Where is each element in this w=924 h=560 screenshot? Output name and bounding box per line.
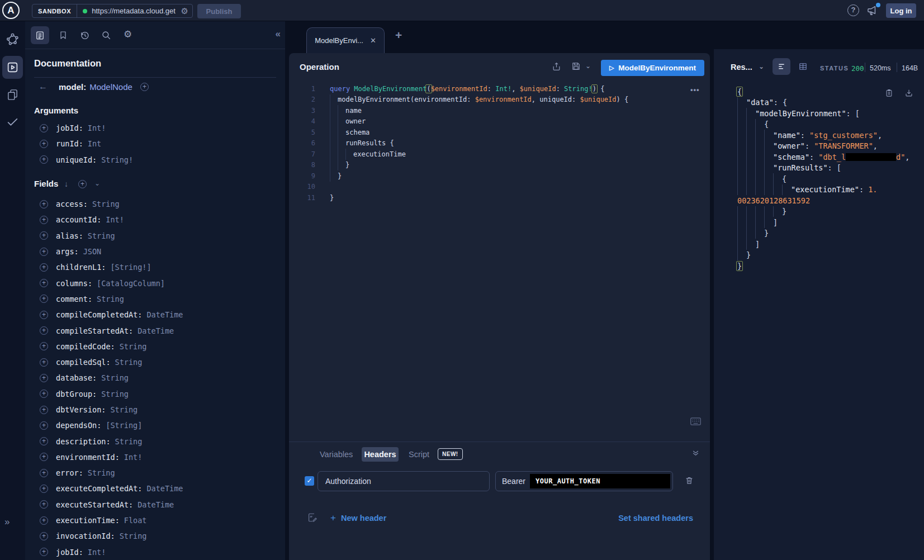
doc-argument-row[interactable]: +runId:Int bbox=[25, 136, 285, 151]
field-type[interactable]: String bbox=[92, 200, 120, 208]
doc-field-row[interactable]: +description:String bbox=[25, 433, 285, 449]
doc-field-row[interactable]: +args:JSON bbox=[25, 244, 285, 259]
field-name[interactable]: compileCompletedAt: bbox=[56, 310, 142, 319]
field-type[interactable]: String bbox=[115, 437, 143, 446]
add-all-fields-icon[interactable]: + bbox=[78, 180, 87, 188]
field-name[interactable]: compiledSql: bbox=[56, 358, 111, 367]
field-type[interactable]: String bbox=[97, 295, 124, 303]
doc-field-row[interactable]: +compiledCode:String bbox=[25, 339, 285, 354]
field-type[interactable]: Int! bbox=[88, 124, 106, 132]
field-name[interactable]: executionTime: bbox=[56, 516, 120, 525]
field-name[interactable]: alias: bbox=[56, 231, 83, 240]
header-value-input[interactable]: Bearer YOUR_AUTH_TOKEN bbox=[495, 471, 673, 491]
add-to-query-icon[interactable]: + bbox=[40, 248, 48, 256]
add-to-query-icon[interactable]: + bbox=[40, 200, 48, 208]
doc-field-row[interactable]: +error:String bbox=[25, 465, 285, 481]
field-name[interactable]: dependsOn: bbox=[56, 421, 101, 430]
doc-field-row[interactable]: +compileStartedAt:DateTime bbox=[25, 322, 285, 338]
add-to-query-icon[interactable]: + bbox=[40, 326, 48, 335]
add-to-query-icon[interactable]: + bbox=[40, 421, 48, 430]
field-type[interactable]: String bbox=[88, 468, 115, 477]
field-type[interactable]: DateTime bbox=[146, 310, 183, 319]
field-name[interactable]: runId: bbox=[56, 139, 83, 148]
field-name[interactable]: compileStartedAt: bbox=[56, 326, 133, 335]
field-name[interactable]: jobId: bbox=[56, 124, 83, 132]
field-name[interactable]: error: bbox=[56, 468, 83, 477]
field-type[interactable]: JSON bbox=[83, 247, 102, 256]
share-operation-icon[interactable] bbox=[552, 61, 561, 72]
doc-field-row[interactable]: +executeStartedAt:DateTime bbox=[25, 497, 285, 512]
add-to-query-icon[interactable]: + bbox=[40, 311, 48, 319]
delete-header-icon[interactable] bbox=[685, 476, 694, 485]
documentation-tab-selected[interactable] bbox=[31, 26, 49, 44]
field-name[interactable]: accountId: bbox=[56, 215, 101, 224]
add-to-query-icon[interactable]: + bbox=[40, 516, 48, 525]
doc-field-row[interactable]: +jobId:Int! bbox=[25, 544, 285, 560]
field-name[interactable]: invocationId: bbox=[56, 531, 115, 540]
header-name-input[interactable] bbox=[318, 471, 490, 491]
field-name[interactable]: executeCompletedAt: bbox=[56, 484, 142, 493]
add-to-query-icon[interactable]: + bbox=[40, 279, 48, 287]
doc-field-row[interactable]: +environmentId:Int! bbox=[25, 449, 285, 465]
field-type[interactable]: String bbox=[101, 373, 129, 382]
collapse-panel-icon[interactable]: « bbox=[276, 29, 281, 40]
doc-field-row[interactable]: +childrenL1:[String!] bbox=[25, 259, 285, 275]
doc-field-row[interactable]: +dbtGroup:String bbox=[25, 386, 285, 402]
add-to-query-icon[interactable]: + bbox=[40, 390, 48, 398]
field-name[interactable]: executeStartedAt: bbox=[56, 500, 133, 509]
new-header-button[interactable]: + New header bbox=[330, 512, 386, 524]
bookmark-icon[interactable] bbox=[59, 30, 68, 40]
field-name[interactable]: args: bbox=[56, 247, 79, 256]
tab-headers[interactable]: Headers bbox=[362, 447, 399, 462]
doc-field-row[interactable]: +dependsOn:[String] bbox=[25, 417, 285, 433]
add-to-query-icon[interactable]: + bbox=[40, 295, 48, 303]
field-type[interactable]: Int bbox=[88, 139, 101, 148]
add-to-query-icon[interactable]: + bbox=[40, 532, 48, 540]
doc-field-row[interactable]: +compiledSql:String bbox=[25, 354, 285, 370]
field-name[interactable]: database: bbox=[56, 373, 97, 382]
publish-button[interactable]: Publish bbox=[197, 4, 241, 18]
doc-field-row[interactable]: +comment:String bbox=[25, 291, 285, 307]
field-type[interactable]: [CatalogColumn] bbox=[97, 279, 165, 288]
endpoint-url-bar[interactable]: SANDBOX https://metadata.cloud.get ⚙ bbox=[32, 4, 193, 18]
response-panel-title[interactable]: Res... bbox=[731, 63, 752, 72]
login-button[interactable]: Log in bbox=[886, 3, 916, 18]
add-to-query-icon[interactable]: + bbox=[40, 216, 48, 224]
field-type[interactable]: String bbox=[115, 358, 143, 367]
save-operation-icon[interactable] bbox=[571, 61, 581, 71]
search-icon[interactable] bbox=[101, 30, 111, 40]
add-to-query-icon[interactable]: + bbox=[40, 437, 48, 445]
add-to-query-icon[interactable]: + bbox=[40, 358, 48, 367]
add-to-query-icon[interactable]: + bbox=[40, 124, 48, 132]
field-name[interactable]: childrenL1: bbox=[56, 263, 106, 272]
back-arrow-icon[interactable]: ← bbox=[39, 82, 48, 92]
field-name[interactable]: uniqueId: bbox=[56, 155, 97, 164]
edit-headers-document-icon[interactable] bbox=[307, 512, 318, 523]
save-dropdown-chevron-icon[interactable]: ⌄ bbox=[585, 62, 591, 70]
doc-field-row[interactable]: +database:String bbox=[25, 370, 285, 386]
field-type[interactable]: DateTime bbox=[146, 484, 183, 493]
field-type[interactable]: String! bbox=[101, 155, 133, 164]
field-type[interactable]: [String] bbox=[106, 421, 142, 430]
schema-graph-icon[interactable] bbox=[0, 32, 25, 46]
doc-field-row[interactable]: +executionTime:Float bbox=[25, 512, 285, 528]
doc-field-row[interactable]: +dbtVersion:String bbox=[25, 402, 285, 417]
sort-down-icon[interactable]: ↓ bbox=[64, 179, 68, 188]
add-to-query-icon[interactable]: + bbox=[40, 342, 48, 350]
chevron-down-icon[interactable]: ⌄ bbox=[94, 179, 100, 187]
field-name[interactable]: description: bbox=[56, 437, 111, 446]
field-name[interactable]: jobId: bbox=[56, 548, 83, 557]
keyboard-shortcuts-icon[interactable] bbox=[690, 417, 702, 426]
tab-script[interactable]: Script bbox=[409, 447, 429, 462]
add-field-icon[interactable]: + bbox=[140, 83, 149, 91]
field-name[interactable]: dbtVersion: bbox=[56, 405, 106, 414]
add-to-query-icon[interactable]: + bbox=[40, 485, 48, 493]
doc-field-row[interactable]: +access:String bbox=[25, 196, 285, 212]
field-type[interactable]: Float bbox=[124, 516, 147, 525]
field-name[interactable]: columns: bbox=[56, 279, 92, 288]
doc-field-row[interactable]: +invocationId:String bbox=[25, 528, 285, 544]
changelog-diff-icon[interactable] bbox=[0, 88, 25, 101]
endpoint-settings-gear-icon[interactable]: ⚙ bbox=[177, 6, 192, 16]
field-type[interactable]: Int! bbox=[88, 548, 106, 557]
tab-variables[interactable]: Variables bbox=[320, 447, 353, 462]
